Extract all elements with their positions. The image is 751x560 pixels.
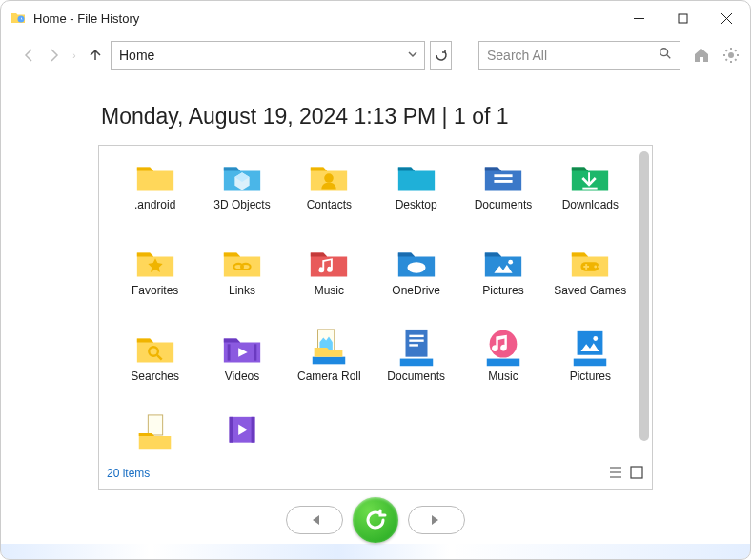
folder-item[interactable]: Camera Roll — [291, 327, 368, 409]
folder-3d-icon — [220, 155, 264, 197]
forward-button[interactable] — [44, 42, 64, 69]
background-accent — [1, 544, 750, 559]
folder-item[interactable] — [203, 412, 280, 450]
svg-point-14 — [598, 265, 600, 268]
up-button[interactable] — [85, 42, 105, 69]
toolbar: › Home — [1, 35, 750, 75]
svg-rect-16 — [586, 264, 588, 270]
folder-music-icon — [307, 241, 351, 283]
item-label: Documents — [387, 370, 445, 384]
items-grid: .android3D ObjectsContactsDesktopDocumen… — [99, 146, 652, 450]
app-icon — [10, 10, 26, 28]
address-text: Home — [119, 48, 154, 63]
svg-point-30 — [594, 336, 599, 341]
back-button[interactable] — [18, 42, 38, 69]
svg-rect-21 — [313, 357, 345, 365]
scrollbar[interactable] — [639, 151, 649, 441]
folder-item[interactable]: Favorites — [116, 241, 193, 323]
folder-item[interactable]: OneDrive — [377, 241, 455, 323]
lib-music-icon — [481, 327, 525, 369]
close-button[interactable] — [704, 1, 748, 35]
next-version-button[interactable] — [408, 506, 465, 534]
folder-item[interactable]: Searches — [116, 327, 193, 409]
item-label: Pictures — [482, 285, 523, 298]
item-label: Contacts — [307, 199, 352, 212]
svg-rect-22 — [405, 330, 427, 357]
search-input[interactable] — [487, 48, 639, 63]
item-label: Searches — [131, 370, 179, 384]
address-bar[interactable]: Home — [111, 41, 425, 70]
view-list-button[interactable] — [608, 465, 623, 483]
folder-searches-icon — [133, 327, 177, 369]
folder-item[interactable]: Downloads — [552, 155, 629, 237]
refresh-button[interactable] — [430, 41, 452, 70]
search-box[interactable] — [478, 41, 680, 70]
item-label: Music — [315, 285, 344, 298]
item-label: Favorites — [132, 285, 178, 298]
minimize-button[interactable] — [617, 1, 660, 35]
svg-point-10 — [407, 262, 425, 272]
svg-rect-35 — [252, 417, 255, 443]
item-label: Downloads — [562, 199, 619, 212]
view-grid-button[interactable] — [629, 465, 644, 483]
previous-version-button[interactable] — [286, 506, 343, 534]
svg-rect-1 — [679, 14, 687, 23]
folder-yellow-icon — [133, 155, 177, 197]
svg-rect-34 — [230, 417, 233, 443]
playback-controls — [1, 497, 750, 543]
svg-rect-36 — [631, 467, 642, 478]
svg-rect-7 — [583, 187, 598, 189]
folder-item[interactable]: .android — [116, 155, 193, 237]
nav-separator: › — [71, 50, 77, 61]
folder-favorites-icon — [133, 241, 177, 283]
svg-rect-32 — [148, 415, 162, 435]
lib-cameraroll-icon — [307, 327, 351, 369]
svg-point-3 — [728, 52, 734, 58]
item-label: .android — [134, 199, 175, 212]
item-label: Saved Games — [554, 285, 626, 298]
item-label: 3D Objects — [213, 199, 270, 212]
folder-pictures-icon — [481, 241, 525, 283]
item-label: Music — [488, 370, 518, 384]
svg-point-4 — [325, 173, 335, 183]
folder-onedrive-icon — [395, 241, 438, 283]
folder-item[interactable]: Music — [464, 327, 541, 409]
folder-item[interactable]: Pictures — [464, 241, 541, 323]
folder-item[interactable]: Links — [203, 241, 280, 323]
svg-rect-26 — [399, 358, 432, 366]
svg-rect-6 — [494, 180, 512, 183]
folder-desktop-icon — [395, 155, 438, 197]
item-label: OneDrive — [392, 285, 440, 298]
folder-contacts-icon — [307, 155, 351, 197]
svg-point-2 — [660, 49, 668, 56]
home-button[interactable] — [692, 43, 711, 68]
folder-item[interactable]: 3D Objects — [203, 155, 280, 237]
svg-point-11 — [508, 260, 513, 265]
svg-rect-19 — [254, 344, 256, 360]
svg-point-13 — [595, 265, 598, 268]
folder-downloads-icon — [568, 155, 612, 197]
address-dropdown-icon[interactable] — [407, 48, 418, 63]
folder-item[interactable]: Documents — [377, 327, 455, 409]
folder-item[interactable] — [116, 412, 193, 450]
folder-item[interactable]: Videos — [203, 327, 280, 409]
folder-item[interactable]: Contacts — [291, 155, 368, 237]
lib-documents-icon — [395, 327, 438, 369]
maximize-button[interactable] — [660, 1, 704, 35]
lib-pictures-icon — [568, 327, 612, 369]
status-text: 20 items — [107, 467, 150, 480]
folder-video-purple-icon — [220, 412, 264, 450]
item-label: Desktop — [396, 199, 437, 212]
svg-rect-31 — [574, 358, 606, 366]
svg-rect-25 — [409, 344, 418, 346]
content-panel: .android3D ObjectsContactsDesktopDocumen… — [98, 145, 653, 490]
restore-button[interactable] — [353, 497, 398, 543]
folder-item[interactable]: Desktop — [377, 155, 455, 237]
folder-item[interactable]: Documents — [464, 155, 541, 237]
settings-button[interactable] — [722, 43, 741, 68]
folder-item[interactable]: Music — [291, 241, 368, 323]
folder-item[interactable]: Pictures — [552, 327, 629, 409]
item-label: Documents — [475, 199, 533, 212]
folder-item[interactable]: Saved Games — [552, 241, 629, 323]
folder-documents-icon — [481, 155, 525, 197]
